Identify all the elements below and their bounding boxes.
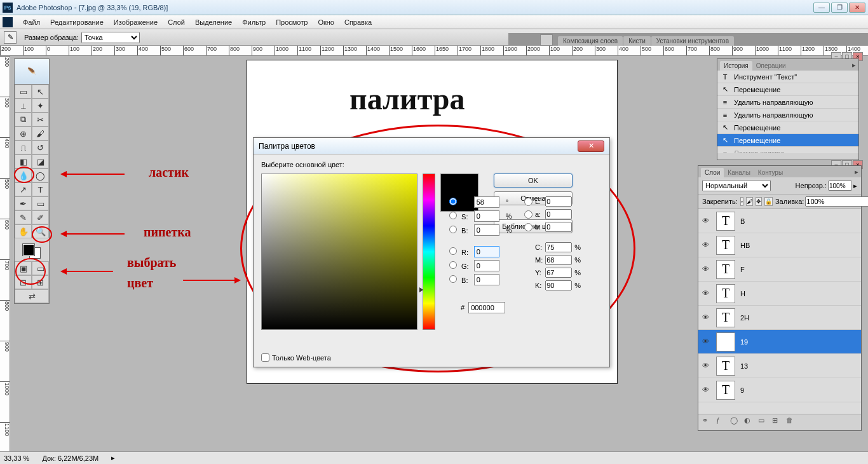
layer-item[interactable]: 👁T13 bbox=[698, 354, 861, 378]
menu-layer[interactable]: Слой bbox=[163, 17, 190, 27]
slice-tool[interactable]: ✂ bbox=[32, 113, 49, 126]
layer-item[interactable]: 👁TF bbox=[698, 257, 861, 282]
eye-icon[interactable]: 👁 bbox=[702, 289, 711, 298]
blend-mode-select[interactable]: Нормальный bbox=[702, 180, 771, 191]
close-button[interactable]: ✕ bbox=[849, 3, 865, 13]
zoom-level[interactable]: 33,33 % bbox=[4, 454, 29, 462]
toolbox-header[interactable]: 🪶 bbox=[15, 59, 49, 85]
lock-paint-icon[interactable]: 🖌 bbox=[746, 197, 753, 206]
history-item[interactable]: TИнструмент "Текст" bbox=[717, 71, 858, 83]
input-h[interactable] bbox=[474, 196, 499, 208]
hand-tool[interactable]: ✋ bbox=[15, 224, 32, 238]
link-icon[interactable]: ⚭ bbox=[702, 416, 712, 426]
pen-tool[interactable]: ✒ bbox=[15, 196, 32, 210]
new-layer-icon[interactable]: ⊞ bbox=[772, 416, 782, 426]
lasso-tool[interactable]: ⟂ bbox=[15, 99, 32, 113]
dialog-close-button[interactable]: ✕ bbox=[578, 140, 604, 152]
menu-help[interactable]: Справка bbox=[339, 17, 377, 27]
history-item[interactable]: ↖Перемещение bbox=[717, 134, 858, 147]
eye-icon[interactable]: 👁 bbox=[702, 217, 711, 226]
history-item[interactable]: ≡Удалить направляющую bbox=[717, 96, 858, 109]
notes-tool[interactable]: ✎ bbox=[15, 210, 32, 224]
history-item[interactable]: ≡Удалить направляющую bbox=[717, 109, 858, 121]
input-c[interactable] bbox=[545, 242, 572, 252]
eye-icon[interactable]: 👁 bbox=[702, 241, 711, 250]
well-tab-comps[interactable]: Композиция слоев bbox=[558, 36, 623, 46]
type-tool[interactable]: T bbox=[32, 182, 49, 196]
radio-g[interactable] bbox=[449, 261, 457, 269]
lock-trans-icon[interactable]: ▫ bbox=[740, 197, 743, 206]
input-b[interactable] bbox=[474, 274, 499, 285]
radio-a[interactable] bbox=[524, 210, 532, 219]
menu-image[interactable]: Изображение bbox=[109, 17, 163, 27]
input-a[interactable] bbox=[545, 209, 572, 219]
stamp-tool[interactable]: ⎍ bbox=[15, 140, 32, 154]
menu-select[interactable]: Выделение bbox=[190, 17, 237, 27]
adj-icon[interactable]: ◐ bbox=[744, 416, 754, 426]
layer-item[interactable]: 👁T19 bbox=[698, 330, 861, 354]
menu-window[interactable]: Окно bbox=[313, 17, 339, 27]
layer-item[interactable]: 👁T9 bbox=[698, 378, 861, 402]
history-item[interactable]: ↖Перемещение bbox=[717, 121, 858, 134]
input-bb[interactable] bbox=[545, 222, 572, 232]
opacity-input[interactable] bbox=[828, 181, 852, 191]
dodge-tool[interactable]: ◯ bbox=[32, 168, 49, 182]
ok-button[interactable]: OK bbox=[494, 174, 573, 188]
eye-icon[interactable]: 👁 bbox=[702, 362, 711, 371]
layers-options-icon[interactable]: ▸ bbox=[852, 167, 861, 177]
lock-move-icon[interactable]: ✥ bbox=[756, 197, 762, 206]
layer-item[interactable]: 👁TН bbox=[698, 282, 861, 306]
maximize-button[interactable]: ❐ bbox=[831, 3, 848, 13]
history-item[interactable]: ≡Размер холста bbox=[717, 147, 858, 153]
go-bridge-icon[interactable] bbox=[540, 34, 553, 46]
layer-item[interactable]: 👁TВ bbox=[698, 209, 861, 233]
well-tab-presets[interactable]: Установки инструментов bbox=[651, 36, 734, 46]
well-tab-brushes[interactable]: Кисти bbox=[623, 36, 651, 46]
fx-icon[interactable]: ƒ bbox=[716, 416, 726, 426]
tab-paths[interactable]: Контуры bbox=[754, 168, 787, 177]
tab-layers[interactable]: Слои bbox=[701, 168, 724, 177]
tab-history[interactable]: История bbox=[720, 61, 752, 71]
input-m[interactable] bbox=[545, 255, 572, 265]
input-bv[interactable] bbox=[474, 224, 499, 236]
menu-filter[interactable]: Фильтр bbox=[237, 17, 271, 27]
input-r[interactable] bbox=[474, 246, 499, 257]
sv-field[interactable] bbox=[261, 174, 417, 330]
input-hex[interactable] bbox=[468, 302, 505, 313]
eye-icon[interactable]: 👁 bbox=[702, 265, 711, 274]
lock-all-icon[interactable]: 🔒 bbox=[764, 197, 773, 206]
radio-bv[interactable] bbox=[449, 226, 457, 233]
input-l[interactable] bbox=[545, 196, 572, 207]
eye-icon[interactable]: 👁 bbox=[702, 338, 711, 346]
layer-item[interactable]: 👁TНВ bbox=[698, 233, 861, 257]
input-s[interactable] bbox=[474, 210, 499, 222]
heal-tool[interactable]: ⊕ bbox=[15, 126, 32, 140]
mask-icon[interactable]: ◯ bbox=[730, 416, 740, 426]
radio-h[interactable] bbox=[449, 198, 457, 205]
minimize-button[interactable]: — bbox=[813, 3, 830, 13]
radio-l[interactable] bbox=[524, 198, 532, 206]
menu-edit[interactable]: Редактирование bbox=[45, 17, 109, 27]
crop-tool[interactable]: ⧉ bbox=[15, 113, 32, 126]
hue-strip[interactable] bbox=[423, 174, 435, 330]
group-icon[interactable]: ▭ bbox=[758, 416, 768, 426]
current-tool-icon[interactable]: ✎ bbox=[4, 31, 17, 44]
input-g[interactable] bbox=[474, 260, 499, 271]
web-only-checkbox[interactable] bbox=[261, 353, 269, 362]
layer-item[interactable]: 👁T2Н bbox=[698, 306, 861, 330]
gradient-tool[interactable]: ◪ bbox=[32, 154, 49, 168]
marquee-tool[interactable]: ▭ bbox=[15, 85, 32, 99]
status-arrow-icon[interactable]: ▸ bbox=[111, 454, 115, 462]
wand-tool[interactable]: ✦ bbox=[32, 99, 49, 113]
tab-channels[interactable]: Каналы bbox=[724, 168, 754, 177]
menu-file[interactable]: Файл bbox=[18, 17, 45, 27]
fill-input[interactable] bbox=[805, 196, 868, 207]
eye-icon[interactable]: 👁 bbox=[702, 386, 711, 395]
radio-b[interactable] bbox=[449, 275, 457, 283]
ps-menu-icon[interactable] bbox=[3, 17, 13, 27]
history-options-icon[interactable]: ▸ bbox=[850, 60, 858, 71]
history-item[interactable]: ↖Перемещение bbox=[717, 83, 858, 96]
jump-imageready[interactable]: ⇄ bbox=[15, 289, 49, 303]
menu-view[interactable]: Просмотр bbox=[271, 17, 313, 27]
sample-size-select[interactable]: Точка bbox=[81, 32, 140, 43]
